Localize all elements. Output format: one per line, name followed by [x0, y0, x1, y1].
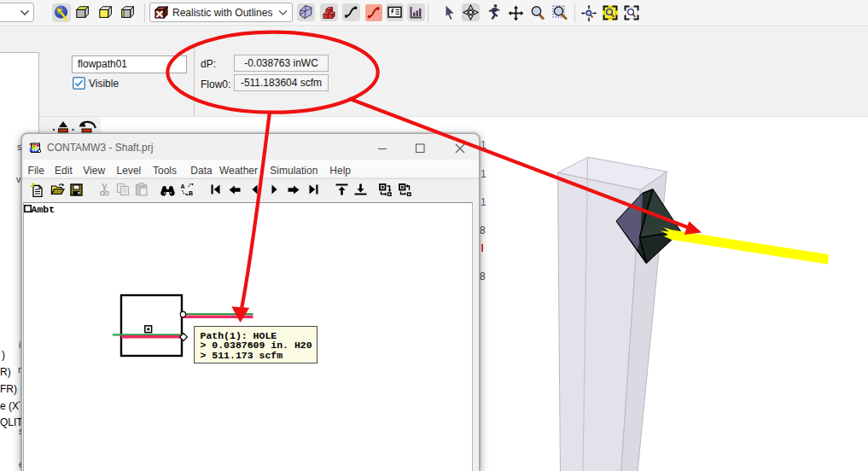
svg-text:A: A	[181, 183, 185, 189]
svg-text:B: B	[189, 190, 193, 196]
